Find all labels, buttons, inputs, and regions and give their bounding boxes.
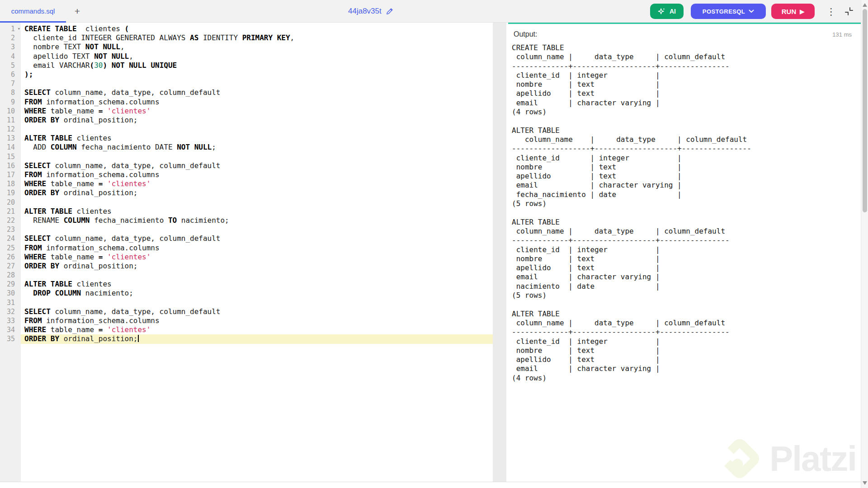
- code-line[interactable]: 3 nombre TEXT NOT NULL,: [0, 42, 493, 52]
- code-line[interactable]: 34WHERE table_name = 'clientes': [0, 325, 493, 334]
- code-line[interactable]: 9FROM information_schema.columns: [0, 98, 493, 107]
- output-label: Output:: [514, 30, 537, 38]
- code-line[interactable]: 10WHERE table_name = 'clientes': [0, 107, 493, 116]
- ai-button[interactable]: AI: [650, 4, 684, 19]
- line-number: 33: [0, 316, 21, 325]
- postgresql-dropdown[interactable]: POSTGRESQL: [691, 4, 766, 19]
- scrollbar-thumb[interactable]: [863, 9, 867, 212]
- code-line[interactable]: 27ORDER BY ordinal_position;: [0, 262, 493, 271]
- code-line[interactable]: 26WHERE table_name = 'clientes': [0, 253, 493, 262]
- line-number: 10: [0, 107, 21, 116]
- run-button-label: RUN: [782, 8, 797, 15]
- code-line[interactable]: 30 DROP COLUMN nacimiento;: [0, 289, 493, 298]
- code-line[interactable]: 8SELECT column_name, data_type, column_d…: [0, 88, 493, 97]
- chevron-down-icon: [749, 9, 754, 13]
- line-number: 24: [0, 234, 21, 243]
- line-number: 16: [0, 161, 21, 170]
- code-line[interactable]: 5 email VARCHAR(30) NOT NULL UNIQUE: [0, 61, 493, 70]
- output-header: Output: 131 ms: [508, 24, 868, 38]
- page-scrollbar[interactable]: [861, 0, 868, 488]
- line-number: 9: [0, 98, 21, 107]
- platzi-logo-icon: [716, 435, 763, 482]
- tab-commands-sql[interactable]: commands.sql: [0, 0, 66, 23]
- line-number: 13: [0, 134, 21, 143]
- code-line[interactable]: 4 apellido TEXT NOT NULL,: [0, 52, 493, 61]
- code-line[interactable]: 16SELECT column_name, data_type, column_…: [0, 161, 493, 170]
- line-number: 1▾: [0, 24, 21, 33]
- line-number: 8: [0, 88, 21, 97]
- bottom-strip: [0, 482, 861, 485]
- postgresql-dropdown-label: POSTGRESQL: [703, 8, 745, 15]
- edit-title-pencil-icon[interactable]: [386, 7, 394, 15]
- line-number: 30: [0, 289, 21, 298]
- line-number: 25: [0, 244, 21, 253]
- line-number: 6: [0, 70, 21, 79]
- code-line[interactable]: 19ORDER BY ordinal_position;: [0, 188, 493, 197]
- code-line[interactable]: 18WHERE table_name = 'clientes': [0, 179, 493, 188]
- code-line[interactable]: 1▾CREATE TABLE clientes (: [0, 24, 493, 33]
- code-line[interactable]: 15: [0, 152, 493, 161]
- tab-label: commands.sql: [11, 7, 55, 15]
- line-number: 4: [0, 52, 21, 61]
- code-line[interactable]: 12: [0, 125, 493, 134]
- platzi-watermark: Platzi: [716, 435, 856, 482]
- code-line[interactable]: 6);: [0, 70, 493, 79]
- line-number: 18: [0, 179, 21, 188]
- code-line[interactable]: 22 RENAME COLUMN fecha_nacimiento TO nac…: [0, 216, 493, 225]
- code-line[interactable]: 23: [0, 225, 493, 234]
- code-lines: 1▾CREATE TABLE clientes (2 cliente_id IN…: [0, 23, 493, 344]
- new-tab-button[interactable]: +: [70, 4, 85, 19]
- line-number: 3: [0, 42, 21, 52]
- main-area: 1▾CREATE TABLE clientes (2 cliente_id IN…: [0, 23, 868, 485]
- platzi-watermark-text: Platzi: [769, 438, 856, 479]
- line-number: 17: [0, 170, 21, 179]
- line-number: 29: [0, 280, 21, 289]
- line-number: 32: [0, 307, 21, 316]
- code-line[interactable]: 13ALTER TABLE clientes: [0, 134, 493, 143]
- run-button[interactable]: RUN ▶: [771, 4, 815, 19]
- line-number: 34: [0, 325, 21, 334]
- output-text: CREATE TABLE column_name | data_type | c…: [508, 43, 868, 383]
- line-number: 26: [0, 253, 21, 262]
- code-line[interactable]: 29ALTER TABLE clientes: [0, 280, 493, 289]
- scroll-up-arrow-icon[interactable]: [863, 2, 867, 7]
- pane-resizer[interactable]: [493, 23, 508, 485]
- code-editor[interactable]: 1▾CREATE TABLE clientes (2 cliente_id IN…: [0, 23, 493, 485]
- code-line[interactable]: 17FROM information_schema.columns: [0, 170, 493, 179]
- line-number: 2: [0, 33, 21, 42]
- code-line[interactable]: 35ORDER BY ordinal_position;: [0, 334, 493, 343]
- ai-button-label: AI: [670, 8, 676, 15]
- output-panel: Output: 131 ms CREATE TABLE column_name …: [508, 23, 868, 485]
- play-icon: ▶: [800, 9, 804, 14]
- line-number: 12: [0, 125, 21, 134]
- code-line[interactable]: 14 ADD COLUMN fecha_nacimiento DATE NOT …: [0, 143, 493, 152]
- sql-playground: commands.sql + 44ja8v35t AI POSTGRESQL: [0, 0, 868, 488]
- line-number: 31: [0, 298, 21, 307]
- top-bar: commands.sql + 44ja8v35t AI POSTGRESQL: [0, 0, 868, 23]
- code-line[interactable]: 33FROM information_schema.columns: [0, 316, 493, 325]
- line-number: 7: [0, 79, 21, 88]
- code-line[interactable]: 7: [0, 79, 493, 88]
- code-line[interactable]: 21ALTER TABLE clientes: [0, 207, 493, 216]
- sparkle-icon: [658, 7, 666, 15]
- code-line[interactable]: 25FROM information_schema.columns: [0, 244, 493, 253]
- code-line[interactable]: 24SELECT column_name, data_type, column_…: [0, 234, 493, 243]
- overflow-menu-button[interactable]: ⋮: [826, 7, 834, 16]
- line-number: 5: [0, 61, 21, 70]
- code-line[interactable]: 11ORDER BY ordinal_position;: [0, 116, 493, 125]
- code-line[interactable]: 31: [0, 298, 493, 307]
- file-title-text: 44ja8v35t: [348, 7, 382, 16]
- text-cursor: [138, 335, 139, 342]
- line-number: 21: [0, 207, 21, 216]
- line-number: 11: [0, 116, 21, 125]
- code-line[interactable]: 2 cliente_id INTEGER GENERATED ALWAYS AS…: [0, 33, 493, 42]
- code-line[interactable]: 28: [0, 271, 493, 280]
- line-number: 20: [0, 198, 21, 207]
- line-number: 15: [0, 152, 21, 161]
- collapse-editor-icon[interactable]: [844, 6, 854, 17]
- line-number: 23: [0, 225, 21, 234]
- code-line[interactable]: 20: [0, 198, 493, 207]
- scroll-down-arrow-icon[interactable]: [863, 481, 867, 486]
- fold-arrow-icon[interactable]: ▾: [17, 24, 20, 33]
- code-line[interactable]: 32SELECT column_name, data_type, column_…: [0, 307, 493, 316]
